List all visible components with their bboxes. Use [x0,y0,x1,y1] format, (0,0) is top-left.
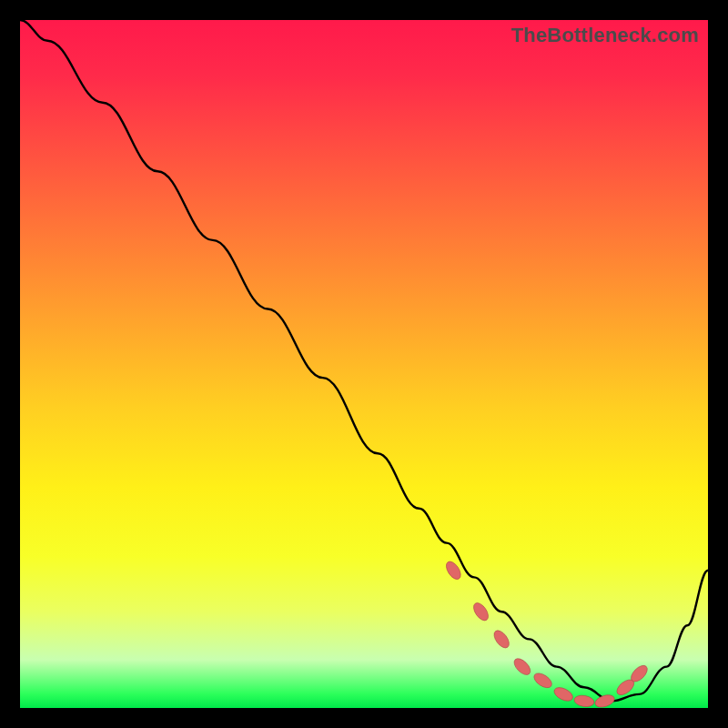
data-marker [552,685,575,704]
marker-group [443,559,650,709]
data-marker [531,671,554,691]
data-marker [511,656,533,678]
data-marker [573,694,595,708]
data-marker [491,628,512,651]
data-marker [470,601,490,623]
chart-frame: TheBottleneck.com [0,0,728,728]
plot-area: TheBottleneck.com [20,20,708,708]
bottleneck-curve [20,20,708,701]
curve-svg [20,20,708,708]
data-marker [593,693,616,709]
